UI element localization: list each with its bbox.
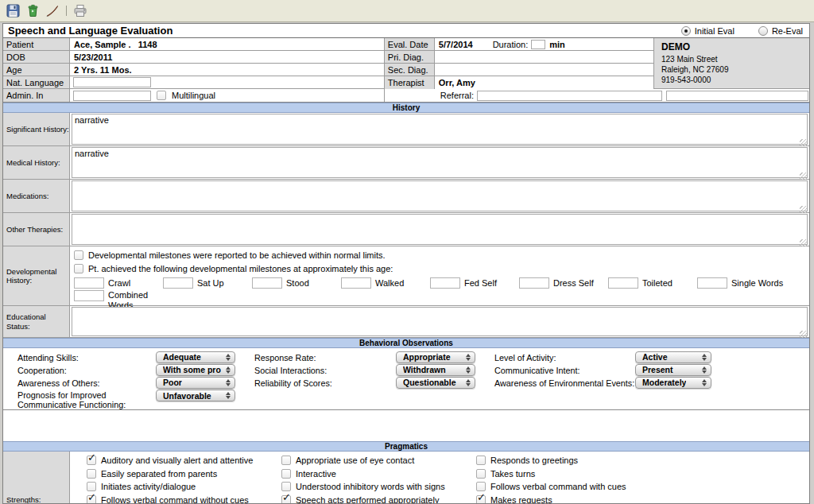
- strength-checkbox[interactable]: ✓: [87, 456, 96, 465]
- eval-date-label: Eval. Date: [385, 38, 435, 50]
- attending-skills-label: Attending Skills:: [17, 351, 156, 362]
- educational-status-row: Educational Status:: [3, 306, 809, 338]
- strength-item[interactable]: ✓Initiates activity/dialogue: [87, 480, 265, 494]
- strength-checkbox[interactable]: ✓: [476, 469, 486, 479]
- awareness-environmental-select[interactable]: Moderately: [635, 377, 711, 389]
- reliability-of-scores-select[interactable]: Questionable: [396, 377, 475, 389]
- medications-row: Medications:: [3, 180, 809, 213]
- referral-label: Referral:: [440, 91, 474, 100]
- attending-skills-select[interactable]: Adequate: [156, 351, 235, 363]
- stepper-arrows-icon: [466, 354, 471, 361]
- referral-input[interactable]: [477, 91, 662, 101]
- social-interactions-select[interactable]: Withdrawn: [396, 364, 475, 376]
- multilingual-label: Multilingual: [172, 91, 215, 100]
- patient-info-left: Patient Ace, Sample . 1148 DOB 5/23/2011…: [3, 38, 384, 102]
- nat-language-row: Nat. Language: [3, 76, 384, 89]
- prognosis-label: Prognosis for Improved Communicative Fun…: [17, 389, 156, 410]
- other-therapies-textarea[interactable]: [72, 214, 808, 245]
- delete-icon[interactable]: [25, 4, 40, 18]
- duration-input[interactable]: [531, 40, 545, 49]
- strength-checkbox[interactable]: ✓: [281, 469, 291, 479]
- dev-milestones-age-option[interactable]: ✓ Pt. achieved the following development…: [74, 262, 809, 275]
- age-label: Age: [3, 64, 70, 76]
- patient-info-right: Eval. Date 5/7/2014 Duration: min Pri. D…: [384, 38, 809, 102]
- eval-date-value: 5/7/2014: [439, 40, 473, 49]
- sec-diag-value[interactable]: [435, 64, 653, 76]
- strength-checkbox[interactable]: ✓: [281, 495, 291, 504]
- communicative-intent-select[interactable]: Present: [635, 364, 711, 376]
- strength-checkbox[interactable]: ✓: [281, 456, 291, 465]
- stepper-arrows-icon: [226, 379, 231, 386]
- strength-item[interactable]: ✓Understood inhibitory words with signs: [281, 480, 459, 494]
- referral-input-2[interactable]: [666, 91, 808, 101]
- behavioral-comments-box[interactable]: [3, 410, 809, 441]
- single-words-age-input[interactable]: [697, 277, 727, 289]
- toileted-label: Toileted: [642, 278, 673, 288]
- re-eval-radio[interactable]: [758, 26, 768, 36]
- dev-milestones-normal-checkbox[interactable]: ✓: [74, 250, 83, 260]
- other-therapies-row: Other Therapies:: [3, 213, 809, 246]
- strength-item[interactable]: ✓Takes turns: [476, 467, 626, 481]
- medications-label: Medications:: [3, 180, 70, 212]
- strength-item[interactable]: ✓Responds to greetings: [476, 454, 626, 467]
- strength-checkbox[interactable]: ✓: [476, 456, 486, 465]
- crawl-age-input[interactable]: [74, 277, 104, 289]
- educational-status-label: Educational Status:: [3, 306, 70, 337]
- patient-row: Patient Ace, Sample . 1148: [3, 38, 384, 51]
- multilingual-checkbox[interactable]: ✓: [157, 91, 166, 100]
- strength-item[interactable]: ✓Makes requests: [476, 494, 626, 504]
- sat-up-age-input[interactable]: [163, 277, 193, 289]
- strength-checkbox[interactable]: ✓: [281, 482, 291, 491]
- fed-self-age-input[interactable]: [430, 277, 460, 289]
- combined-words-age-input[interactable]: [74, 290, 104, 301]
- response-rate-select[interactable]: Appropriate: [396, 351, 475, 363]
- age-row: Age 2 Yrs. 11 Mos.: [3, 64, 384, 76]
- awareness-environmental-label: Awareness of Environmental Events:: [494, 377, 635, 388]
- other-therapies-label: Other Therapies:: [3, 213, 70, 246]
- strength-checkbox[interactable]: ✓: [476, 495, 486, 504]
- medications-textarea[interactable]: [72, 180, 808, 211]
- cooperation-select[interactable]: With some pro: [156, 364, 235, 376]
- educational-status-textarea[interactable]: [72, 307, 808, 336]
- nat-language-input[interactable]: [73, 77, 151, 87]
- significant-history-textarea[interactable]: narrative: [72, 114, 808, 145]
- strength-item[interactable]: ✓Interactive: [281, 467, 459, 481]
- sign-icon[interactable]: [45, 4, 60, 18]
- strength-checkbox[interactable]: ✓: [87, 495, 96, 504]
- strength-checkbox[interactable]: ✓: [87, 482, 96, 491]
- print-icon[interactable]: [73, 4, 87, 18]
- dress-self-age-input[interactable]: [519, 277, 549, 289]
- walked-age-input[interactable]: [341, 277, 371, 289]
- stepper-arrows-icon: [702, 366, 707, 374]
- strength-item[interactable]: ✓Auditory and visually alert and attenti…: [87, 454, 265, 467]
- eval-date-row: Eval. Date 5/7/2014 Duration: min: [385, 38, 653, 51]
- initial-eval-option[interactable]: Initial Eval: [681, 26, 735, 36]
- strength-item[interactable]: ✓Easily separated from parents: [87, 467, 265, 481]
- re-eval-option[interactable]: Re-Eval: [758, 26, 803, 36]
- strength-item[interactable]: ✓Follows verbal command with cues: [476, 480, 626, 494]
- dev-milestones-age-checkbox[interactable]: ✓: [74, 264, 83, 273]
- stood-age-input[interactable]: [252, 277, 282, 289]
- communicative-intent-label: Communicative Intent:: [494, 364, 635, 375]
- strength-checkbox[interactable]: ✓: [476, 482, 486, 491]
- admin-in-input[interactable]: [73, 91, 151, 101]
- initial-eval-radio[interactable]: [681, 26, 691, 36]
- medical-history-textarea[interactable]: narrative: [72, 147, 808, 178]
- level-of-activity-label: Level of Activity:: [494, 351, 635, 362]
- toileted-age-input[interactable]: [608, 277, 638, 289]
- dob-label: DOB: [3, 51, 70, 63]
- strength-checkbox[interactable]: ✓: [87, 469, 96, 479]
- strength-item[interactable]: ✓Speech acts performed appropriately: [281, 494, 459, 504]
- pragmatics-section-header: Pragmatics: [3, 441, 809, 452]
- awareness-of-others-select[interactable]: Poor: [156, 377, 235, 389]
- developmental-history-label: Developmental History:: [3, 246, 70, 305]
- save-icon[interactable]: [6, 4, 20, 18]
- pri-diag-value[interactable]: [435, 51, 653, 63]
- prognosis-select[interactable]: Unfavorable: [156, 390, 235, 401]
- strength-item[interactable]: ✓Follows verbal command without cues: [87, 494, 265, 504]
- strength-item[interactable]: ✓Appropriate use of eye contact: [281, 454, 459, 467]
- patient-value: Ace, Sample . 1148: [70, 38, 384, 50]
- dev-milestones-normal-option[interactable]: ✓ Developmental milestones were reported…: [74, 248, 809, 262]
- toolbar-separator: [66, 6, 67, 16]
- level-of-activity-select[interactable]: Active: [635, 351, 711, 363]
